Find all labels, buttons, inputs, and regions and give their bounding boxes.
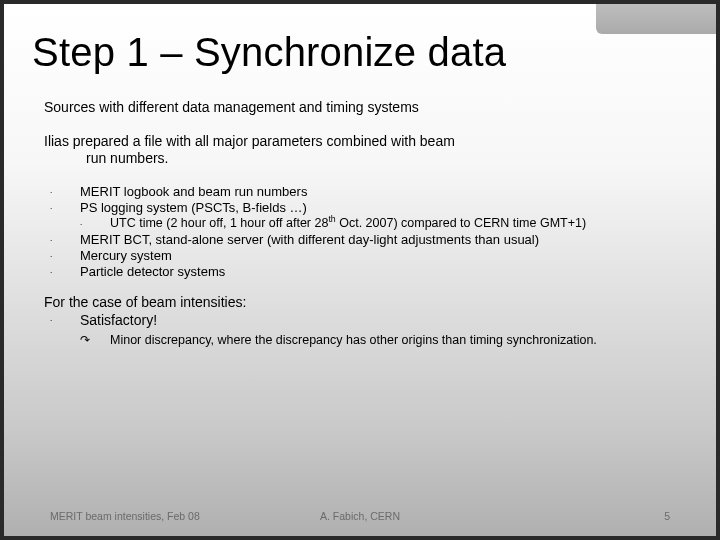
case-minor-discrepancy: ↷ Minor discrepancy, where the discrepan… — [44, 333, 676, 349]
slide-footer: MERIT beam intensities, Feb 08 A. Fabich… — [50, 510, 670, 522]
bullet-text: PS logging system (PSCTs, B-fields …) — [80, 200, 676, 216]
ilias-paragraph: Ilias prepared a file with all major par… — [44, 133, 676, 168]
beam-intensities-case: For the case of beam intensities: · Sati… — [44, 294, 676, 349]
utc-sup: th — [328, 214, 335, 224]
bullet-merit-logbook: · MERIT logbook and beam run numbers — [44, 184, 676, 200]
bullet-text: MERIT logbook and beam run numbers — [80, 184, 676, 200]
ilias-line1: Ilias prepared a file with all major par… — [44, 133, 455, 149]
bullet-list: · MERIT logbook and beam run numbers · P… — [44, 184, 676, 281]
bullet-mark-icon: · — [50, 312, 80, 330]
corner-decoration — [596, 4, 716, 34]
bullet-text: Particle detector systems — [80, 264, 676, 280]
sources-paragraph: Sources with different data management a… — [44, 99, 676, 117]
case-satisfactory-text: Satisfactory! — [80, 312, 157, 330]
bullet-mark-icon: · — [50, 184, 80, 200]
ilias-line2: run numbers. — [44, 150, 676, 168]
bullet-merit-bct: · MERIT BCT, stand-alone server (with di… — [44, 232, 676, 248]
slide-content: Sources with different data management a… — [4, 75, 716, 349]
arrow-icon: ↷ — [80, 333, 110, 349]
slide: Step 1 – Synchronize data Sources with d… — [4, 4, 716, 536]
sub-bullet-utc-time: · UTC time (2 hour off, 1 hour off after… — [44, 216, 676, 232]
utc-post: Oct. 2007) compared to CERN time GMT+1) — [336, 216, 586, 230]
bullet-mark-icon: · — [80, 216, 110, 232]
footer-page-number: 5 — [664, 510, 670, 522]
bullet-mercury: · Mercury system — [44, 248, 676, 264]
utc-pre: UTC time (2 hour off, 1 hour off after 2… — [110, 216, 328, 230]
case-intro: For the case of beam intensities: — [44, 294, 676, 312]
bullet-text: UTC time (2 hour off, 1 hour off after 2… — [110, 216, 676, 232]
bullet-mark-icon: · — [50, 232, 80, 248]
bullet-particle-detector: · Particle detector systems — [44, 264, 676, 280]
bullet-text: Mercury system — [80, 248, 676, 264]
bullet-text: MERIT BCT, stand-alone server (with diff… — [80, 232, 676, 248]
case-satisfactory: · Satisfactory! — [44, 312, 676, 330]
bullet-mark-icon: · — [50, 200, 80, 216]
footer-left: MERIT beam intensities, Feb 08 — [50, 510, 200, 522]
case-minor-text: Minor discrepancy, where the discrepancy… — [110, 333, 597, 349]
footer-center: A. Fabich, CERN — [320, 510, 400, 522]
bullet-mark-icon: · — [50, 264, 80, 280]
bullet-ps-logging: · PS logging system (PSCTs, B-fields …) — [44, 200, 676, 216]
bullet-mark-icon: · — [50, 248, 80, 264]
